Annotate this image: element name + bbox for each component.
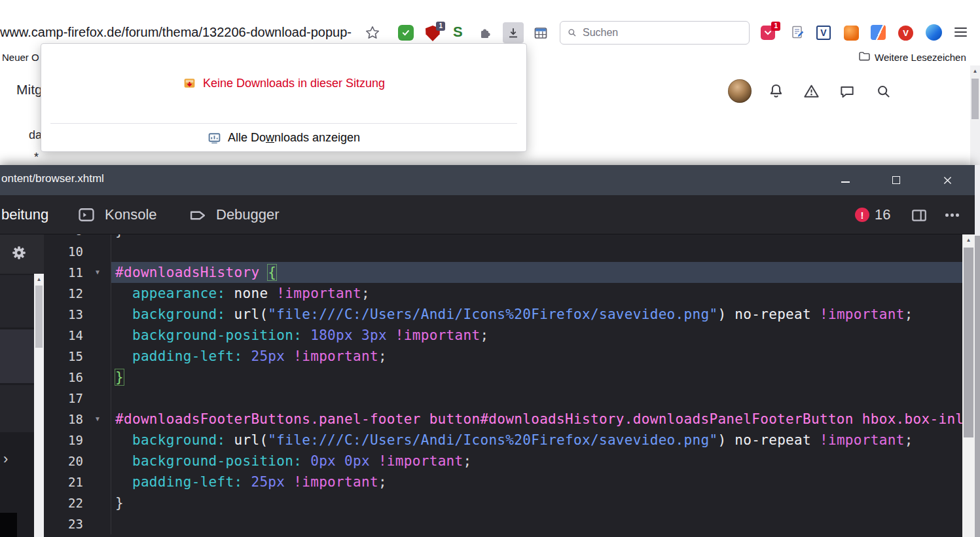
show-all-downloads-button[interactable]: Alle Downloads anzeigen bbox=[41, 124, 526, 151]
extension-container-icon[interactable] bbox=[871, 25, 886, 40]
code-text[interactable]: } bbox=[111, 234, 962, 241]
code-line[interactable]: 18▼#downloadsFooterButtons.panel-footer … bbox=[44, 409, 962, 430]
line-gutter: 15 bbox=[44, 346, 111, 367]
show-all-downloads-label: Alle Downloads anzeigen bbox=[228, 131, 360, 145]
stylesheet-list-item[interactable] bbox=[0, 329, 34, 383]
menu-hamburger-icon[interactable] bbox=[954, 28, 967, 37]
bookmark-item-left[interactable]: Neuer O bbox=[2, 52, 39, 63]
alerts-warning-icon[interactable] bbox=[803, 83, 820, 103]
bookmark-item-other-bookmarks[interactable]: Weitere Lesezeichen bbox=[875, 52, 966, 63]
devtools-body: › ▲ 9}1011▼#downloadsHistory {12 appeara… bbox=[0, 234, 975, 537]
page-nav-partial-label[interactable]: Mitg bbox=[16, 82, 43, 98]
browser-page-scrollbar[interactable]: ▲ bbox=[970, 65, 980, 165]
messages-chat-icon[interactable] bbox=[839, 83, 856, 103]
line-gutter: 11▼ bbox=[44, 262, 111, 283]
gear-icon[interactable] bbox=[10, 244, 27, 264]
code-text[interactable]: #downloadsHistory { bbox=[111, 262, 962, 283]
code-line[interactable]: 9} bbox=[44, 234, 962, 241]
tab-console[interactable]: Konsole bbox=[105, 195, 157, 234]
split-panel-icon[interactable] bbox=[910, 207, 928, 227]
code-line[interactable]: 15 padding-left: 25px !important; bbox=[44, 346, 962, 367]
debugger-tab-icon[interactable] bbox=[189, 206, 207, 227]
code-text[interactable]: background: url("file:///C:/Users/Andi/I… bbox=[111, 430, 962, 451]
bookmark-star-icon[interactable] bbox=[364, 24, 381, 44]
sidebar-scrollbar[interactable]: ▲ bbox=[34, 274, 44, 537]
code-text[interactable]: padding-left: 25px !important; bbox=[111, 472, 962, 492]
tab-style-editor[interactable]: beitung bbox=[1, 195, 48, 234]
code-line[interactable]: 10 bbox=[44, 241, 962, 262]
code-line[interactable]: 12 appearance: none !important; bbox=[44, 283, 962, 304]
scrollbar-thumb[interactable] bbox=[964, 248, 973, 437]
stylesheet-list-item[interactable] bbox=[0, 385, 34, 432]
code-line[interactable]: 14 background-position: 180px 3px !impor… bbox=[44, 325, 962, 346]
scrollbar-thumb[interactable] bbox=[35, 286, 43, 348]
extension-green-check-icon[interactable] bbox=[398, 25, 414, 41]
extension-orange-icon[interactable] bbox=[844, 26, 859, 41]
bookmarks-folder-icon[interactable] bbox=[858, 49, 871, 65]
line-number: 19 bbox=[68, 430, 83, 451]
code-line[interactable]: 11▼#downloadsHistory { bbox=[44, 262, 962, 283]
line-gutter: 22 bbox=[44, 492, 111, 513]
code-text[interactable]: appearance: none !important; bbox=[111, 283, 962, 304]
close-button[interactable] bbox=[928, 165, 966, 195]
fold-arrow-icon[interactable]: ▼ bbox=[90, 262, 105, 283]
code-line[interactable]: 23 bbox=[44, 513, 962, 534]
code-line[interactable]: 19 background: url("file:///C:/Users/And… bbox=[44, 430, 962, 451]
code-line[interactable]: 17 bbox=[44, 388, 962, 409]
tab-debugger[interactable]: Debugger bbox=[216, 195, 280, 234]
minimize-button[interactable] bbox=[826, 165, 864, 195]
code-text[interactable]: } bbox=[111, 492, 962, 513]
extension-notes-icon[interactable] bbox=[789, 24, 805, 43]
line-number: 23 bbox=[68, 513, 83, 534]
extension-v-box-icon[interactable]: V bbox=[816, 26, 831, 40]
scroll-up-arrow-icon[interactable]: ▲ bbox=[34, 274, 44, 284]
minimize-icon bbox=[841, 181, 850, 183]
code-text[interactable]: } bbox=[111, 367, 962, 388]
code-text[interactable]: background: url("file:///C:/Users/Andi/I… bbox=[111, 304, 962, 325]
scroll-up-arrow-icon[interactable]: ▲ bbox=[970, 65, 980, 76]
code-line[interactable]: 21 padding-left: 25px !important; bbox=[44, 472, 962, 492]
extension-stylus-icon[interactable]: S bbox=[453, 24, 463, 41]
editor-scrollbar[interactable]: ▲ bbox=[962, 234, 975, 537]
code-line[interactable]: 20 background-position: 0px 0px !importa… bbox=[44, 451, 962, 472]
error-badge-icon[interactable] bbox=[855, 208, 869, 222]
scroll-up-arrow-icon[interactable]: ▲ bbox=[962, 234, 975, 245]
extension-swirl-icon[interactable] bbox=[926, 24, 942, 41]
meatball-menu-icon[interactable] bbox=[945, 213, 959, 217]
extension-calendar-icon[interactable] bbox=[533, 25, 549, 43]
code-text[interactable] bbox=[111, 388, 962, 409]
extensions-puzzle-icon[interactable] bbox=[478, 25, 494, 43]
downloads-toolbar-button[interactable] bbox=[503, 22, 524, 43]
code-text[interactable] bbox=[111, 513, 962, 534]
code-text[interactable]: padding-left: 25px !important; bbox=[111, 346, 962, 367]
edge-scrollbar-thumb[interactable] bbox=[975, 236, 980, 537]
notifications-bell-icon[interactable] bbox=[767, 83, 785, 103]
page-search-icon[interactable] bbox=[875, 83, 892, 103]
devtools-titlebar[interactable]: ontent/browser.xhtml bbox=[0, 165, 975, 195]
scrollbar-thumb[interactable] bbox=[971, 79, 979, 119]
sidebar-expand-chevron-icon[interactable]: › bbox=[3, 452, 8, 466]
url-bar[interactable]: www.camp-firefox.de/forum/thema/132206-d… bbox=[0, 25, 352, 40]
line-gutter: 14 bbox=[44, 325, 111, 346]
code-line[interactable]: 22} bbox=[44, 492, 962, 513]
search-bar[interactable] bbox=[560, 21, 750, 45]
maximize-button[interactable] bbox=[877, 165, 915, 195]
console-tab-icon[interactable] bbox=[77, 206, 96, 227]
stylesheet-list-item[interactable] bbox=[0, 275, 34, 327]
code-text[interactable]: #downloadsFooterButtons.panel-footer but… bbox=[111, 409, 962, 430]
code-text[interactable]: background-position: 0px 0px !important; bbox=[111, 451, 962, 472]
code-text[interactable] bbox=[111, 241, 962, 262]
fold-arrow-icon[interactable]: ▼ bbox=[90, 409, 105, 430]
line-gutter: 13 bbox=[44, 304, 111, 325]
avatar[interactable] bbox=[728, 79, 752, 103]
extension-vt-icon[interactable]: V bbox=[898, 26, 913, 41]
error-count[interactable]: 16 bbox=[875, 195, 890, 234]
extension-pocket-icon[interactable]: 1 bbox=[761, 26, 775, 40]
extension-ublock-icon[interactable]: 1 bbox=[426, 26, 440, 41]
page-body-text-2: * bbox=[34, 151, 39, 164]
css-source-editor[interactable]: 9}1011▼#downloadsHistory {12 appearance:… bbox=[44, 234, 962, 537]
search-input[interactable] bbox=[583, 27, 727, 39]
code-line[interactable]: 13 background: url("file:///C:/Users/And… bbox=[44, 304, 962, 325]
code-text[interactable]: background-position: 180px 3px !importan… bbox=[111, 325, 962, 346]
code-line[interactable]: 16} bbox=[44, 367, 962, 388]
